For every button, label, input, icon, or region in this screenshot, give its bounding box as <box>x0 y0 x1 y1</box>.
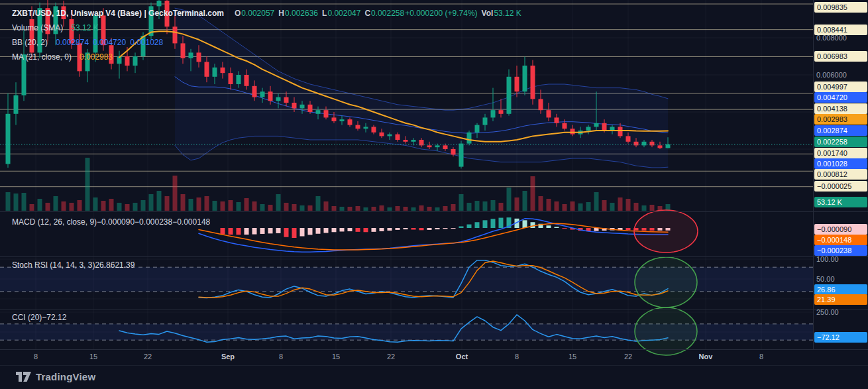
low-value: 0.002047 <box>327 9 360 18</box>
price-axis-label: 53.12 K <box>814 197 867 207</box>
bb-indicator-label[interactable]: BB (20, 2) <box>12 38 48 47</box>
tradingview-watermark[interactable]: TradingView <box>16 370 95 384</box>
stoch-indicator-label[interactable]: Stoch RSI (14, 14, 3, 3) <box>12 260 95 270</box>
cci-indicator-row: CCI (20)−72.12 <box>12 311 66 323</box>
open-label: O <box>235 9 241 18</box>
price-axis-label: 0.008441 <box>814 25 867 35</box>
macd-signal-line <box>199 223 668 250</box>
price-axis-label: 0.006983 <box>814 51 867 62</box>
price-axis-tick: 50.00 <box>816 275 835 283</box>
time-axis-tick: 15 <box>332 353 340 361</box>
time-axis-tick: 22 <box>144 353 152 361</box>
price-axis-label: −0.000090 <box>814 224 867 235</box>
price-axis-label: 0.002983 <box>814 114 867 125</box>
macd-indicator-label[interactable]: MACD (12, 26, close, 9) <box>12 217 97 227</box>
volume-indicator-row: Volume (SMA)53.12 K <box>12 21 521 35</box>
volume-indicator-label[interactable]: Volume (SMA) <box>12 23 63 32</box>
price-axis-label: 0.001028 <box>814 158 867 169</box>
cci-indicator-label[interactable]: CCI (20) <box>12 313 42 322</box>
price-axis-label: −72.12 <box>814 332 867 343</box>
circle-annotation <box>634 210 698 252</box>
price-axis-label: −0.000025 <box>814 181 867 192</box>
time-axis-tick: Oct <box>456 353 468 361</box>
low-label: L <box>322 9 327 18</box>
stoch-k-value: 26.86 <box>95 260 115 270</box>
volume-indicator-value: 53.12 K <box>71 23 98 32</box>
ma-indicator-row: MA (21, close, 0)0.002983 <box>12 50 521 64</box>
macd-indicator-row: MACD (12, 26, close, 9)−0.000090−0.00023… <box>12 216 210 228</box>
price-axis-label: 0.000812 <box>814 169 867 180</box>
ma-indicator-value: 0.002983 <box>80 52 113 62</box>
time-axis-tick: Sep <box>221 353 235 361</box>
price-axis-label: 0.004997 <box>814 82 867 92</box>
macd-hist-value: −0.000090 <box>97 217 135 227</box>
vol-label: Vol <box>482 9 494 18</box>
price-axis-label: −0.000148 <box>814 235 867 245</box>
ma-indicator-label[interactable]: MA (21, close, 0) <box>12 52 72 62</box>
bb-lower-value: 0.001028 <box>130 38 163 47</box>
price-axis-tick: 250.00 <box>816 308 839 316</box>
high-value: 0.002636 <box>285 9 318 18</box>
bb-upper-value: 0.004720 <box>93 38 126 47</box>
macd-line-value: −0.000238 <box>135 217 172 227</box>
legend: ZXBT/USD, 1D, Uniswap V4 (Base) | GeckoT… <box>12 6 521 64</box>
high-label: H <box>278 9 284 18</box>
time-axis-tick: 8 <box>759 353 763 361</box>
tradingview-logo-text: TradingView <box>36 371 95 382</box>
price-axis-label: 0.009835 <box>814 2 867 13</box>
time-axis-tick: 22 <box>387 353 395 361</box>
tradingview-logo-icon <box>16 370 31 384</box>
chart-window: ZXBT/USD, 1D, Uniswap V4 (Base) | GeckoT… <box>0 0 868 389</box>
close-label: C <box>364 9 370 18</box>
time-axis-tick: 8 <box>34 353 38 361</box>
price-axis-label: 21.39 <box>814 294 867 305</box>
vol-value: 53.12 K <box>494 9 521 18</box>
change-value: +0.000200 (+9.74%) <box>405 9 477 18</box>
circle-annotation <box>635 307 697 355</box>
price-axis-label: 0.004720 <box>814 92 867 103</box>
stoch-d-value: 21.39 <box>115 260 135 270</box>
bb-basis-value: 0.002874 <box>56 38 89 47</box>
time-axis-tick: Nov <box>699 353 713 361</box>
time-axis-tick: 22 <box>624 353 632 361</box>
time-axis-tick: 8 <box>279 353 283 361</box>
price-axis-label: 0.004138 <box>814 103 867 114</box>
price-axis-label: −0.000238 <box>814 245 867 256</box>
macd-signal-value: −0.000148 <box>172 217 210 227</box>
time-axis-tick: 15 <box>569 353 576 361</box>
price-axis-label: 0.001740 <box>814 148 867 158</box>
open-value: 0.002057 <box>241 9 274 18</box>
symbol-title[interactable]: ZXBT/USD, 1D, Uniswap V4 (Base) | GeckoT… <box>12 9 224 18</box>
price-axis-tick: 0.006000 <box>816 71 847 79</box>
price-axis-label: 0.002874 <box>814 125 867 136</box>
time-axis-tick: 8 <box>515 353 519 361</box>
circle-annotation <box>635 257 697 307</box>
stoch-indicator-row: Stoch RSI (14, 14, 3, 3)26.8621.39 <box>12 259 135 271</box>
price-axis-tick: 100.00 <box>816 255 839 263</box>
macd-line <box>199 219 668 252</box>
volume-bars <box>6 158 671 211</box>
time-axis-tick: 15 <box>89 353 97 361</box>
symbol-row: ZXBT/USD, 1D, Uniswap V4 (Base) | GeckoT… <box>12 6 521 21</box>
bb-indicator-row: BB (20, 2)0.0028740.0047200.001028 <box>12 35 521 50</box>
price-axis-label: 0.002258 <box>814 137 867 147</box>
drawing-annotations <box>634 210 698 355</box>
macd-pane <box>199 217 671 252</box>
price-axis-label: 26.86 <box>814 284 867 295</box>
cci-value: −72.12 <box>42 313 66 322</box>
close-value: 0.002258 <box>371 9 404 18</box>
